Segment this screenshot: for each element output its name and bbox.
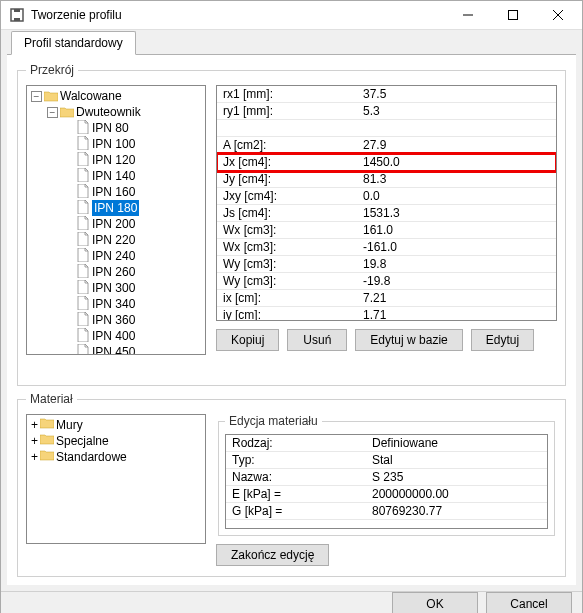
property-value: 27.9 — [357, 137, 556, 153]
property-row[interactable]: Jx [cm4]:1450.0 — [217, 154, 556, 171]
tree-item[interactable]: IPN 220 — [63, 232, 205, 248]
material-property-row[interactable]: Rodzaj:Definiowane — [226, 435, 547, 452]
property-key: Wy [cm3]: — [217, 256, 357, 272]
property-key: Wx [cm3]: — [217, 239, 357, 255]
property-value: 37.5 — [357, 86, 556, 102]
property-row[interactable]: Jy [cm4]:81.3 — [217, 171, 556, 188]
material-tree-item[interactable]: +Specjalne — [31, 433, 205, 449]
section-properties[interactable]: rx1 [mm]:37.5ry1 [mm]:5.3A [cm2]:27.9Jx … — [216, 85, 557, 321]
property-value: 7.21 — [357, 290, 556, 306]
material-tree-item[interactable]: +Mury — [31, 417, 205, 433]
tree-item[interactable]: IPN 120 — [63, 152, 205, 168]
folder-icon — [40, 417, 54, 433]
tree-node-root[interactable]: −Walcowane — [31, 88, 205, 104]
property-value: 0.0 — [357, 188, 556, 204]
tree-node-branch[interactable]: −Dwuteownik — [47, 104, 205, 120]
material-tree-item[interactable]: +Standardowe — [31, 449, 205, 465]
property-row[interactable]: Jxy [cm4]:0.0 — [217, 188, 556, 205]
file-icon — [76, 280, 90, 296]
property-value: 1450.0 — [357, 154, 556, 170]
file-icon — [76, 152, 90, 168]
svg-rect-1 — [14, 9, 20, 12]
property-key: Wy [cm3]: — [217, 273, 357, 289]
property-key: rx1 [mm]: — [217, 86, 357, 102]
section-tree[interactable]: −Walcowane−DwuteownikIPN 80IPN 100IPN 12… — [26, 85, 206, 355]
property-row[interactable]: Wx [cm3]:161.0 — [217, 222, 556, 239]
file-icon — [76, 296, 90, 312]
material-property-row[interactable]: G [kPa] =80769230.77 — [226, 503, 547, 520]
tree-item[interactable]: IPN 360 — [63, 312, 205, 328]
property-key: Wx [cm3]: — [217, 222, 357, 238]
property-value: 1531.3 — [357, 205, 556, 221]
property-key — [217, 120, 357, 136]
tree-item[interactable]: IPN 100 — [63, 136, 205, 152]
edit-base-button[interactable]: Edytuj w bazie — [355, 329, 462, 351]
property-row[interactable]: Wy [cm3]:19.8 — [217, 256, 556, 273]
window-title: Tworzenie profilu — [31, 8, 445, 22]
dialog-footer: OK Cancel — [1, 591, 582, 613]
cancel-button[interactable]: Cancel — [486, 592, 572, 613]
property-row[interactable]: Js [cm4]:1531.3 — [217, 205, 556, 222]
tree-item[interactable]: IPN 180 — [63, 200, 205, 216]
tab-standard-profile[interactable]: Profil standardowy — [11, 31, 136, 55]
property-value: S 235 — [366, 469, 547, 485]
tree-item[interactable]: IPN 260 — [63, 264, 205, 280]
folder-icon — [44, 88, 58, 104]
tree-item[interactable]: IPN 240 — [63, 248, 205, 264]
titlebar: Tworzenie profilu — [1, 1, 582, 30]
property-value: 80769230.77 — [366, 503, 547, 519]
property-value: 19.8 — [357, 256, 556, 272]
minimize-button[interactable] — [445, 1, 490, 29]
maximize-button[interactable] — [490, 1, 535, 29]
tree-item[interactable]: IPN 400 — [63, 328, 205, 344]
property-row[interactable]: Wy [cm3]:-19.8 — [217, 273, 556, 290]
delete-button[interactable]: Usuń — [287, 329, 347, 351]
folder-icon — [40, 433, 54, 449]
material-property-row[interactable]: Typ:Stal — [226, 452, 547, 469]
property-value: 200000000.00 — [366, 486, 547, 502]
property-key: E [kPa] = — [226, 486, 366, 502]
tree-item[interactable]: IPN 300 — [63, 280, 205, 296]
tree-item[interactable]: IPN 140 — [63, 168, 205, 184]
property-key: Jx [cm4]: — [217, 154, 357, 170]
material-tree[interactable]: +Mury+Specjalne+Standardowe — [26, 414, 206, 544]
property-row[interactable] — [217, 120, 556, 137]
property-value: 81.3 — [357, 171, 556, 187]
property-row[interactable]: iy [cm]:1.71 — [217, 307, 556, 321]
material-property-row[interactable]: Nazwa:S 235 — [226, 469, 547, 486]
tree-item[interactable]: IPN 80 — [63, 120, 205, 136]
material-property-row[interactable]: E [kPa] =200000000.00 — [226, 486, 547, 503]
property-value: Stal — [366, 452, 547, 468]
tree-item[interactable]: IPN 160 — [63, 184, 205, 200]
tab-page: Przekrój −Walcowane−DwuteownikIPN 80IPN … — [7, 54, 576, 585]
property-key: Typ: — [226, 452, 366, 468]
property-value — [357, 120, 556, 136]
file-icon — [76, 200, 90, 216]
close-button[interactable] — [535, 1, 580, 29]
property-key: iy [cm]: — [217, 307, 357, 321]
property-row[interactable]: ry1 [mm]:5.3 — [217, 103, 556, 120]
property-row[interactable]: ix [cm]:7.21 — [217, 290, 556, 307]
property-key: ry1 [mm]: — [217, 103, 357, 119]
finish-edit-button[interactable]: Zakończ edycję — [216, 544, 329, 566]
tree-item[interactable]: IPN 200 — [63, 216, 205, 232]
edit-button[interactable]: Edytuj — [471, 329, 534, 351]
tree-item[interactable]: IPN 450 — [63, 344, 205, 355]
property-row[interactable]: A [cm2]:27.9 — [217, 137, 556, 154]
property-key: Jxy [cm4]: — [217, 188, 357, 204]
property-value: 5.3 — [357, 103, 556, 119]
copy-button[interactable]: Kopiuj — [216, 329, 279, 351]
property-key: Js [cm4]: — [217, 205, 357, 221]
material-fieldset: Materiał +Mury+Specjalne+Standardowe Edy… — [17, 392, 566, 577]
property-value: -161.0 — [357, 239, 556, 255]
property-value: -19.8 — [357, 273, 556, 289]
material-edit-legend: Edycja materiału — [225, 414, 322, 428]
file-icon — [76, 136, 90, 152]
property-row[interactable]: Wx [cm3]:-161.0 — [217, 239, 556, 256]
material-properties[interactable]: Rodzaj:DefiniowaneTyp:StalNazwa:S 235E [… — [225, 434, 548, 529]
ok-button[interactable]: OK — [392, 592, 478, 613]
tree-item[interactable]: IPN 340 — [63, 296, 205, 312]
file-icon — [76, 328, 90, 344]
svg-rect-2 — [14, 18, 20, 21]
property-row[interactable]: rx1 [mm]:37.5 — [217, 86, 556, 103]
